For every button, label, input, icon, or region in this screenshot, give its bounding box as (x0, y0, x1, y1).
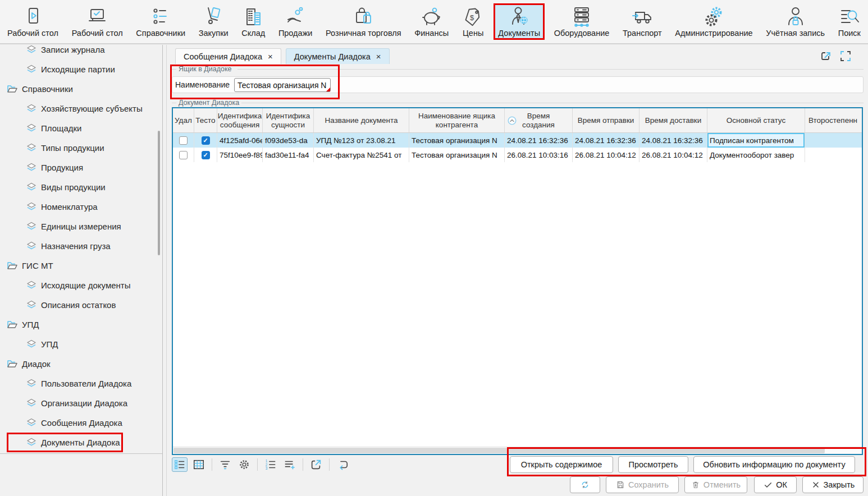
toolbar-item-prices[interactable]: Цены (458, 4, 488, 39)
tree-folder-references[interactable]: Справочники (0, 79, 162, 99)
toolbar-item-transport[interactable]: Транспорт (619, 4, 666, 39)
cell-delivered[interactable]: 24.08.21 16:32:36 (639, 133, 707, 148)
cancel-button[interactable]: Отменить (684, 476, 747, 493)
sidebar-scrollbar[interactable] (158, 131, 160, 255)
cell-doc-name[interactable]: УПД №123 от 23.08.21 (314, 133, 409, 148)
tree-folder-gis-mt[interactable]: ГИС МТ (0, 256, 162, 275)
tree-item-cargo-purposes[interactable]: Назначения груза (0, 236, 162, 256)
fullscreen-icon[interactable] (839, 49, 852, 63)
save-button[interactable]: Сохранить (606, 476, 679, 493)
column-header-message-id[interactable]: Идентификасообщения (217, 108, 263, 132)
test-checkbox[interactable] (202, 136, 210, 145)
mailbox-name-input[interactable] (234, 78, 331, 92)
cell-created[interactable]: 24.08.21 16:32:36 (505, 133, 573, 148)
cell-entity-id[interactable]: fad30e11-fa4 (263, 148, 314, 162)
filter-icon (219, 458, 231, 471)
toolbar-item-search[interactable]: Поиск (834, 4, 865, 39)
tree-item-balance-descriptions[interactable]: Описания остатков (0, 295, 162, 315)
cell-message-id[interactable]: 4f125afd-06e (217, 133, 263, 148)
cell-secondary-status[interactable] (805, 148, 861, 162)
toolbar-item-administration[interactable]: Администрирование (671, 4, 756, 39)
column-header-entity-id[interactable]: Идентификасущности (263, 108, 314, 132)
close-tab-icon[interactable]: × (376, 52, 381, 61)
tree-item-diadoc-messages[interactable]: Сообщения Диадока (0, 413, 162, 433)
tree-folder-diadoc[interactable]: Диадок (0, 354, 162, 374)
column-header-secondary-status[interactable]: Второстепенн (805, 108, 861, 132)
tree-item-outgoing-batches[interactable]: Исходящие партии (0, 59, 162, 79)
tree-item-diadoc-organizations[interactable]: Организации Диадока (0, 393, 162, 413)
cell-status-focused[interactable]: Подписан контрагентом (707, 133, 805, 148)
column-header-counterparty-box[interactable]: Наименование ящикаконтрагента (409, 108, 505, 132)
cell-status[interactable]: Документооборот завер (707, 148, 805, 162)
cell-counterparty-box[interactable]: Тестовая организация N (409, 148, 505, 162)
toolbar-item-references[interactable]: Справочники (132, 4, 189, 39)
numbered-list-button[interactable] (263, 457, 278, 472)
column-header-test[interactable]: Тесто (194, 108, 217, 132)
deleted-checkbox[interactable] (179, 151, 188, 159)
column-header-doc-name[interactable]: Название документа (314, 108, 409, 132)
cell-message-id[interactable]: 75f10ee9-f89 (217, 148, 263, 162)
tree-item-journal-records[interactable]: Записи журнала (0, 45, 162, 59)
folder-icon (7, 320, 18, 329)
table-row[interactable]: 75f10ee9-f89 fad30e11-fa4 Счет-фактура №… (173, 148, 862, 162)
toolbar-item-purchases[interactable]: Закупки (195, 4, 232, 39)
cell-entity-id[interactable]: f093de53-da (263, 133, 314, 148)
toolbar-item-warehouse[interactable]: Склад (237, 4, 269, 39)
list-view-button[interactable] (172, 457, 188, 472)
table-row[interactable]: 4f125afd-06e f093de53-da УПД №123 от 23.… (173, 133, 862, 148)
column-header-created[interactable]: Времясоздания (505, 108, 573, 132)
cell-created[interactable]: 26.08.21 10:03:16 (505, 148, 573, 162)
tab-diadoc-messages[interactable]: Сообщения Диадока × (175, 48, 281, 64)
cell-sent[interactable]: 26.08.21 10:04:12 (573, 148, 639, 162)
toolbar-item-desktop-1[interactable]: Рабочий стол (3, 4, 62, 39)
settings-button[interactable] (236, 457, 252, 472)
tree-item-product-types[interactable]: Типы продукции (0, 138, 162, 158)
tree-item-diadoc-documents[interactable]: Документы Диадока (0, 433, 162, 452)
column-header-delivered[interactable]: Время доставки (639, 108, 707, 132)
cell-sent[interactable]: 24.08.21 16:32:36 (573, 133, 639, 148)
reload-list-button[interactable] (335, 457, 350, 472)
filter-button[interactable] (217, 457, 233, 472)
tree-item-sites[interactable]: Площадки (0, 118, 162, 138)
tree-item-business-entities[interactable]: Хозяйствующие субъекты (0, 99, 162, 118)
tab-diadoc-documents[interactable]: Документы Диадока × (286, 48, 390, 64)
tree-item-product-kinds[interactable]: Виды продукции (0, 177, 162, 197)
horizontal-scrollbar[interactable] (173, 447, 862, 454)
toolbar-item-equipment[interactable]: Оборудование (550, 4, 614, 39)
cell-delivered[interactable]: 26.08.21 10:04:12 (639, 148, 707, 162)
close-tab-icon[interactable]: × (268, 52, 273, 61)
cell-secondary-status[interactable] (805, 133, 861, 148)
tree-item-nomenclature[interactable]: Номенклатура (0, 197, 162, 217)
open-in-window-icon[interactable] (820, 49, 833, 63)
preview-button[interactable]: Просмотреть (618, 456, 688, 473)
column-header-status[interactable]: Основной статус (707, 108, 805, 132)
tree-item-upd[interactable]: УПД (0, 334, 162, 354)
deleted-checkbox[interactable] (179, 136, 188, 145)
toolbar-item-account[interactable]: Учётная запись (762, 4, 829, 39)
add-to-list-button[interactable] (282, 457, 298, 472)
open-external-button[interactable] (308, 457, 324, 472)
test-checkbox[interactable] (202, 151, 210, 159)
cell-counterparty-box[interactable]: Тестовая организация N (409, 133, 505, 148)
tree-item-products[interactable]: Продукция (0, 158, 162, 177)
column-header-sent[interactable]: Время отправки (573, 108, 639, 132)
toolbar-item-documents[interactable]: Документы (494, 3, 545, 40)
tree-item-outgoing-documents[interactable]: Исходящие документы (0, 275, 162, 295)
toolbar-item-retail[interactable]: Розничная торговля (322, 4, 405, 39)
toolbar-item-sales[interactable]: Продажи (275, 4, 317, 39)
ok-button[interactable]: ОК (754, 476, 797, 493)
grid-view-button[interactable] (191, 457, 207, 472)
tree-folder-upd[interactable]: УПД (0, 315, 162, 334)
refresh-button[interactable] (570, 476, 600, 493)
open-content-button[interactable]: Открыть содержимое (510, 456, 613, 473)
column-header-deleted[interactable]: Удал (173, 108, 194, 132)
tree-item-diadoc-users[interactable]: Пользователи Диадока (0, 374, 162, 393)
scrollbar-thumb[interactable] (173, 448, 825, 453)
close-button[interactable]: Закрыть (802, 476, 864, 493)
cell-doc-name[interactable]: Счет-фактура №2541 от (314, 148, 409, 162)
tree-item-units[interactable]: Единицы измерения (0, 217, 162, 236)
update-document-info-button[interactable]: Обновить информацию по документу (693, 456, 855, 473)
toolbar-item-desktop-2[interactable]: Рабочий стол (68, 4, 127, 39)
sort-ascending-icon[interactable] (507, 116, 517, 126)
toolbar-item-finance[interactable]: Финансы (410, 4, 453, 39)
